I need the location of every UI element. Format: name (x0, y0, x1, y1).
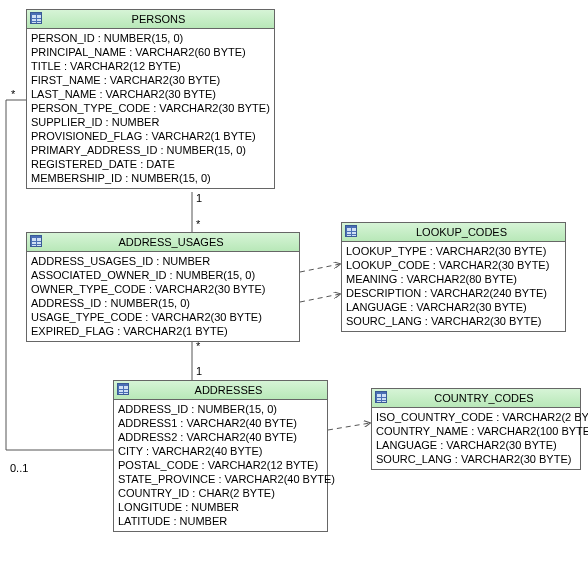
column-row: LANGUAGE : VARCHAR2(30 BYTE) (376, 438, 576, 452)
column-row: PRINCIPAL_NAME : VARCHAR2(60 BYTE) (31, 45, 270, 59)
column-row: USAGE_TYPE_CODE : VARCHAR2(30 BYTE) (31, 310, 295, 324)
entity-lookup-codes: LOOKUP_CODES LOOKUP_TYPE : VARCHAR2(30 B… (341, 222, 566, 332)
table-icon (30, 12, 42, 24)
column-row: TITLE : VARCHAR2(12 BYTE) (31, 59, 270, 73)
entity-title: PERSONS (132, 13, 186, 25)
entity-title: ADDRESS_USAGES (118, 236, 223, 248)
column-row: COUNTRY_ID : CHAR(2 BYTE) (118, 486, 323, 500)
svg-line-3 (300, 294, 340, 302)
entity-header: COUNTRY_CODES (372, 389, 580, 408)
column-row: MEANING : VARCHAR2(80 BYTE) (346, 272, 561, 286)
column-row: CITY : VARCHAR2(40 BYTE) (118, 444, 323, 458)
entity-title: COUNTRY_CODES (434, 392, 533, 404)
cardinality-addrusages-top: * (196, 218, 200, 230)
column-row: LONGITUDE : NUMBER (118, 500, 323, 514)
column-row: SOURC_LANG : VARCHAR2(30 BYTE) (346, 314, 561, 328)
table-icon (345, 225, 357, 237)
column-row: LOOKUP_TYPE : VARCHAR2(30 BYTE) (346, 244, 561, 258)
column-row: OWNER_TYPE_CODE : VARCHAR2(30 BYTE) (31, 282, 295, 296)
entity-body: PERSON_ID : NUMBER(15, 0) PRINCIPAL_NAME… (27, 29, 274, 188)
column-row: POSTAL_CODE : VARCHAR2(12 BYTE) (118, 458, 323, 472)
column-row: PRIMARY_ADDRESS_ID : NUMBER(15, 0) (31, 143, 270, 157)
entity-title: ADDRESSES (195, 384, 263, 396)
entity-body: ADDRESS_USAGES_ID : NUMBER ASSOCIATED_OW… (27, 252, 299, 341)
entity-persons: PERSONS PERSON_ID : NUMBER(15, 0) PRINCI… (26, 9, 275, 189)
column-row: SUPPLIER_ID : NUMBER (31, 115, 270, 129)
table-icon (375, 391, 387, 403)
column-row: LAST_NAME : VARCHAR2(30 BYTE) (31, 87, 270, 101)
column-row: EXPIRED_FLAG : VARCHAR2(1 BYTE) (31, 324, 295, 338)
column-row: ADDRESS_USAGES_ID : NUMBER (31, 254, 295, 268)
column-row: LATITUDE : NUMBER (118, 514, 323, 528)
entity-body: ISO_COUNTRY_CODE : VARCHAR2(2 BYTE) COUN… (372, 408, 580, 469)
entity-body: LOOKUP_TYPE : VARCHAR2(30 BYTE) LOOKUP_C… (342, 242, 565, 331)
column-row: PERSON_ID : NUMBER(15, 0) (31, 31, 270, 45)
column-row: PROVISIONED_FLAG : VARCHAR2(1 BYTE) (31, 129, 270, 143)
column-row: STATE_PROVINCE : VARCHAR2(40 BYTE) (118, 472, 323, 486)
svg-line-4 (328, 423, 370, 430)
column-row: SOURC_LANG : VARCHAR2(30 BYTE) (376, 452, 576, 466)
cardinality-addresses-left: 0..1 (10, 462, 28, 474)
column-row: ASSOCIATED_OWNER_ID : NUMBER(15, 0) (31, 268, 295, 282)
cardinality-addresses-top: 1 (196, 365, 202, 377)
entity-header: ADDRESSES (114, 381, 327, 400)
svg-line-2 (300, 264, 340, 272)
cardinality-persons-bottom: 1 (196, 192, 202, 204)
column-row: ADDRESS_ID : NUMBER(15, 0) (31, 296, 295, 310)
column-row: ISO_COUNTRY_CODE : VARCHAR2(2 BYTE) (376, 410, 576, 424)
column-row: DESCRIPTION : VARCHAR2(240 BYTE) (346, 286, 561, 300)
column-row: ADDRESS_ID : NUMBER(15, 0) (118, 402, 323, 416)
entity-header: PERSONS (27, 10, 274, 29)
entity-header: LOOKUP_CODES (342, 223, 565, 242)
entity-addresses: ADDRESSES ADDRESS_ID : NUMBER(15, 0) ADD… (113, 380, 328, 532)
column-row: PERSON_TYPE_CODE : VARCHAR2(30 BYTE) (31, 101, 270, 115)
column-row: FIRST_NAME : VARCHAR2(30 BYTE) (31, 73, 270, 87)
column-row: MEMBERSHIP_ID : NUMBER(15, 0) (31, 171, 270, 185)
entity-body: ADDRESS_ID : NUMBER(15, 0) ADDRESS1 : VA… (114, 400, 327, 531)
table-icon (30, 235, 42, 247)
column-row: COUNTRY_NAME : VARCHAR2(100 BYTE) (376, 424, 576, 438)
entity-title: LOOKUP_CODES (416, 226, 507, 238)
column-row: LOOKUP_CODE : VARCHAR2(30 BYTE) (346, 258, 561, 272)
entity-header: ADDRESS_USAGES (27, 233, 299, 252)
table-icon (117, 383, 129, 395)
cardinality-persons-left: * (11, 88, 15, 100)
entity-country-codes: COUNTRY_CODES ISO_COUNTRY_CODE : VARCHAR… (371, 388, 581, 470)
entity-address-usages: ADDRESS_USAGES ADDRESS_USAGES_ID : NUMBE… (26, 232, 300, 342)
column-row: REGISTERED_DATE : DATE (31, 157, 270, 171)
column-row: ADDRESS1 : VARCHAR2(40 BYTE) (118, 416, 323, 430)
column-row: ADDRESS2 : VARCHAR2(40 BYTE) (118, 430, 323, 444)
column-row: LANGUAGE : VARCHAR2(30 BYTE) (346, 300, 561, 314)
